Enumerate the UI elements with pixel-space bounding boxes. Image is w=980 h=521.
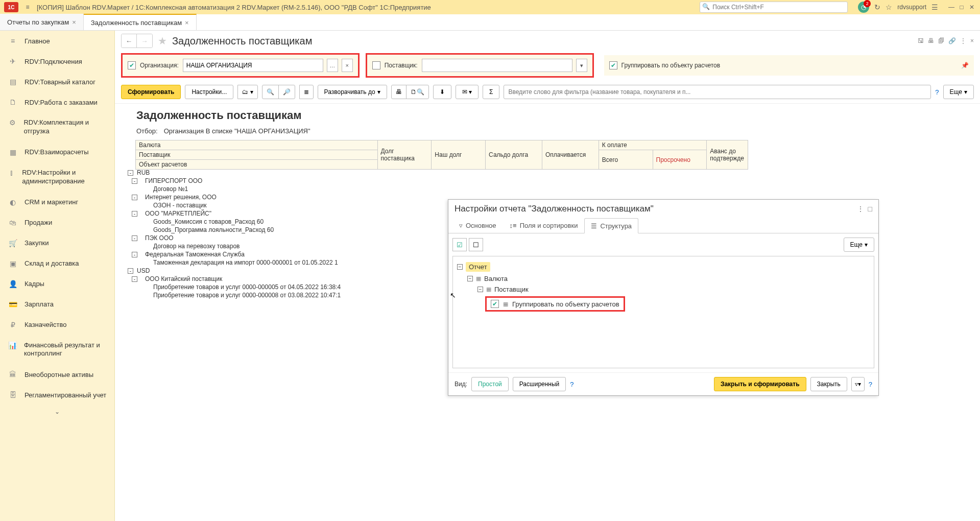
sidebar-item-catalog[interactable]: ▤RDV:Товарный каталог [0,72,114,92]
maximize-button[interactable]: □ [958,3,966,11]
back-button[interactable]: ← [122,34,137,48]
star-icon[interactable]: ☆ [886,3,892,11]
sidebar-item-assets[interactable]: 🏛Внеоборотные активы [0,364,114,385]
tree-node-group-by-object[interactable]: Группировать по объекту расчетов [512,300,619,308]
forward-button[interactable]: → [137,34,152,48]
email-button[interactable]: ✉ ▾ [456,85,479,99]
word-filter-input[interactable] [504,85,931,99]
sidebar-item-orders[interactable]: 🗋RDV:Работа с заказами [0,92,114,112]
save-icon[interactable]: 🖫 [918,37,924,44]
tree-row-text[interactable]: Договор №1 [153,185,188,193]
sidebar-item-finance[interactable]: 📊Финансовый результат и контроллинг [0,335,114,365]
collapse-button[interactable]: ≣ [299,85,314,99]
tree-row-text[interactable]: Федеральная Таможенная Служба [145,251,245,258]
help-icon[interactable]: ? [869,381,872,388]
minimize-button[interactable]: — [947,3,955,11]
close-icon[interactable]: × [185,19,189,27]
node-checkbox[interactable] [491,300,499,308]
tree-row-text[interactable]: Приобретение товаров и услуг 0000-000005… [153,283,341,291]
sum-button[interactable]: Σ [483,85,499,99]
tree-row-text[interactable]: ООО "МАРКЕТПЛЕЙС" [145,210,211,217]
link-icon[interactable]: 🔗 [948,37,956,44]
tree-row-text[interactable]: USD [137,267,150,274]
org-input[interactable] [183,59,323,72]
tree-toggle-icon[interactable]: - [132,252,137,257]
tab-fields[interactable]: ↕≡Поля и сортировки [503,218,585,233]
tree-row-text[interactable]: RUB [137,169,150,176]
kebab-icon[interactable]: ⋮ [857,205,864,213]
group-checkbox[interactable] [609,61,617,69]
uncheck-all-button[interactable]: ☐ [469,238,483,251]
hamburger-icon[interactable]: ≡ [22,2,33,12]
help-icon[interactable]: ? [570,381,573,388]
close-icon[interactable]: × [72,18,76,26]
tab-supplier-debt[interactable]: Задолженность поставщикам × [84,14,197,30]
view-simple-button[interactable]: Простой [471,377,509,391]
sidebar-item-connections[interactable]: ✈RDV:Подключения [0,51,114,72]
tree-row-text[interactable]: ОЗОН - поставщик [153,202,207,209]
sidebar-item-sales[interactable]: 🛍Продажи [0,212,114,233]
history-icon[interactable]: ↻ [874,3,880,11]
tab-purchases-reports[interactable]: Отчеты по закупкам × [0,14,84,30]
tree-node-supplier[interactable]: Поставщик [494,286,529,293]
expand-to-button[interactable]: Разворачивать до ▾ [318,85,387,99]
save-file-button[interactable]: ⬇ [433,85,451,99]
tree-toggle-icon[interactable]: - [132,211,137,217]
variants-button[interactable]: 🗂 ▾ [237,85,257,99]
filter-icon-button[interactable]: ▿▾ [851,377,865,391]
find-next-button[interactable]: 🔎 [278,85,295,99]
org-clear-button[interactable]: × [342,59,353,72]
tab-structure[interactable]: ☰Структура [584,218,638,233]
tree-row-text[interactable]: Goods_Комиссия с товаров_Расход 60 [153,218,264,225]
sidebar-scroll-down[interactable]: ⌄ [0,405,114,418]
kebab-icon[interactable]: ⋮ [960,37,966,44]
clipboard-icon[interactable]: 🗐 [938,37,944,44]
sidebar-item-admin[interactable]: ⫿RDV:Настройки и администрирование [0,162,114,192]
more-button[interactable]: Еще ▾ [943,85,974,99]
close-window-button[interactable]: ✕ [968,3,976,11]
close-panel-icon[interactable]: × [970,37,974,44]
tab-main[interactable]: ▿Основное [452,218,503,233]
tree-toggle-icon[interactable]: - [132,178,137,184]
menu-lines-icon[interactable]: ☰ [931,3,938,11]
close-button[interactable]: Закрыть [810,377,847,391]
help-icon[interactable]: ? [935,88,939,96]
notifications-badge[interactable]: ◔ 2 [858,2,869,13]
tree-row-text[interactable]: Приобретение товаров и услуг 0000-000008… [153,292,341,299]
tree-root[interactable]: Отчет [466,262,490,272]
tree-row-text[interactable]: Договор на перевозку товаров [153,243,240,250]
sidebar-item-crm[interactable]: ◐CRM и маркетинг [0,192,114,212]
tree-toggle-icon[interactable]: - [128,170,133,176]
pin-icon[interactable]: 📌 [961,62,969,69]
sidebar-item-purchases[interactable]: 🛒Закупки [0,233,114,253]
toggle-icon[interactable]: − [457,264,463,270]
tree-row-text[interactable]: ГИПЕРСПОРТ ООО [145,177,202,184]
tree-toggle-icon[interactable]: - [128,268,133,274]
sidebar-item-treasury[interactable]: ₽Казначейство [0,315,114,335]
print-icon[interactable]: 🖶 [928,37,934,44]
sidebar-item-shipping[interactable]: ⚙RDV:Комплектация и отгрузка [0,112,114,142]
tree-row-text[interactable]: ООО Китайский поставщик [145,275,222,282]
sidebar-item-hr[interactable]: 👤Кадры [0,274,114,294]
toggle-icon[interactable]: − [477,287,483,292]
tree-row-text[interactable]: ПЭК ООО [145,234,174,242]
tree-row-text[interactable]: Goods_Программа лояльности_Расход 60 [153,226,274,233]
close-and-generate-button[interactable]: Закрыть и сформировать [714,377,806,391]
org-select-button[interactable]: … [327,59,338,72]
print-button[interactable]: 🖶 [391,85,407,99]
toggle-icon[interactable]: − [467,276,473,281]
tree-toggle-icon[interactable]: - [132,235,137,241]
tree-node-currency[interactable]: Валюта [484,275,508,282]
find-button[interactable]: 🔍 [262,85,279,99]
favorite-star-icon[interactable]: ★ [158,35,167,47]
sidebar-item-settlements[interactable]: ▦RDV:Взаиморасчеты [0,142,114,162]
settings-button[interactable]: Настройки... [185,85,233,99]
user-name[interactable]: rdvsupport [897,4,926,11]
generate-button[interactable]: Сформировать [121,85,181,99]
org-checkbox[interactable] [128,61,136,69]
sidebar-item-accounting[interactable]: 🗄Регламентированный учет [0,385,114,405]
tree-row-text[interactable]: Интернет решения, ООО [145,194,217,201]
tree-toggle-icon[interactable]: - [132,276,137,282]
global-search-input[interactable] [700,2,848,13]
tree-row-text[interactable]: Таможенная декларация на импорт 0000-000… [153,259,338,266]
